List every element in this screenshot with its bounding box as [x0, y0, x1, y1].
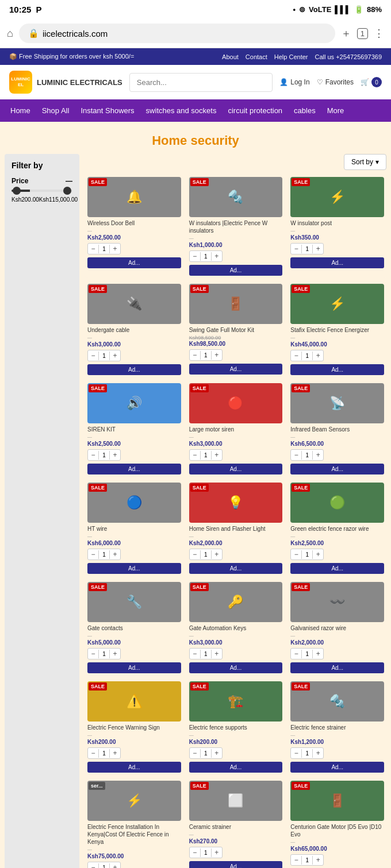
login-button[interactable]: 👤 Log In	[279, 78, 309, 86]
qty-increase-button[interactable]: +	[313, 855, 323, 865]
product-image[interactable]: SALE 🚪	[189, 284, 283, 324]
qty-decrease-button[interactable]: −	[88, 649, 98, 659]
product-image[interactable]: SALE ⬜	[189, 781, 283, 821]
qty-increase-button[interactable]: +	[313, 748, 323, 758]
product-image[interactable]: SALE 🔴	[189, 383, 283, 423]
search-input[interactable]	[129, 73, 273, 92]
qty-decrease-button[interactable]: −	[291, 748, 301, 758]
qty-increase-button[interactable]: +	[212, 549, 222, 560]
product-image[interactable]: SALE 🔵	[87, 483, 181, 523]
qty-decrease-button[interactable]: −	[190, 847, 200, 858]
product-image[interactable]: SALE 🔔	[87, 177, 181, 217]
product-image[interactable]: SALE 🟢	[290, 483, 384, 523]
cart-button[interactable]: 🛒 0	[361, 77, 382, 87]
qty-increase-button[interactable]: +	[110, 649, 120, 659]
qty-increase-button[interactable]: +	[313, 549, 323, 560]
product-image[interactable]: SALE 〰️	[290, 582, 384, 622]
product-image[interactable]: SALE 🔌	[87, 284, 181, 324]
add-to-cart-button[interactable]: Ad...	[87, 364, 181, 375]
new-tab-icon[interactable]: ＋	[341, 26, 351, 40]
qty-decrease-button[interactable]: −	[88, 244, 98, 254]
qty-decrease-button[interactable]: −	[190, 748, 200, 758]
qty-increase-button[interactable]: +	[212, 251, 222, 261]
url-bar[interactable]: 🔒 iicelectricals.com	[19, 24, 335, 43]
qty-increase-button[interactable]: +	[313, 350, 323, 361]
product-image[interactable]: SALE 🔩	[290, 681, 384, 722]
qty-increase-button[interactable]: +	[313, 450, 323, 460]
qty-decrease-button[interactable]: −	[190, 251, 200, 261]
add-to-cart-button[interactable]: Ad...	[290, 364, 384, 375]
home-icon[interactable]: ⌂	[7, 28, 13, 40]
product-image[interactable]: ser... ⚡	[87, 781, 181, 821]
qty-decrease-button[interactable]: −	[88, 450, 98, 460]
add-to-cart-button[interactable]: Ad...	[290, 464, 384, 474]
qty-increase-button[interactable]: +	[110, 748, 120, 758]
qty-decrease-button[interactable]: −	[291, 649, 301, 659]
add-to-cart-button[interactable]: Ad...	[290, 257, 384, 268]
product-image[interactable]: SALE 🔩	[189, 177, 283, 217]
add-to-cart-button[interactable]: Ad...	[189, 364, 283, 375]
nav-instant-showers[interactable]: Instant Showers	[75, 99, 140, 122]
qty-increase-button[interactable]: +	[212, 350, 222, 360]
nav-shop-all[interactable]: Shop All	[36, 99, 75, 122]
add-to-cart-button[interactable]: Ad...	[87, 662, 181, 673]
nav-circuit[interactable]: circuit protection	[222, 99, 288, 122]
add-to-cart-button[interactable]: Ad...	[290, 662, 384, 673]
nav-home[interactable]: Home	[5, 99, 36, 122]
product-image[interactable]: SALE 📡	[290, 383, 384, 423]
qty-decrease-button[interactable]: −	[190, 350, 200, 360]
qty-decrease-button[interactable]: −	[291, 855, 301, 865]
add-to-cart-button[interactable]: Ad...	[87, 464, 181, 474]
product-image[interactable]: SALE 💡	[189, 483, 283, 523]
qty-decrease-button[interactable]: −	[190, 450, 200, 460]
qty-increase-button[interactable]: +	[110, 350, 120, 361]
add-to-cart-button[interactable]: Ad...	[189, 662, 283, 673]
help-center-link[interactable]: Help Center	[274, 53, 308, 60]
qty-decrease-button[interactable]: −	[88, 350, 98, 361]
product-image[interactable]: SALE ⚠️	[87, 681, 181, 722]
nav-cables[interactable]: cables	[288, 99, 321, 122]
product-image[interactable]: SALE 🔊	[87, 383, 181, 423]
qty-increase-button[interactable]: +	[212, 748, 222, 758]
qty-increase-button[interactable]: +	[110, 244, 120, 254]
qty-increase-button[interactable]: +	[212, 450, 222, 460]
add-to-cart-button[interactable]: Ad...	[290, 762, 384, 773]
price-slider[interactable]	[12, 190, 72, 192]
add-to-cart-button[interactable]: Ad...	[189, 861, 283, 868]
contact-link[interactable]: Contact	[246, 53, 267, 60]
add-to-cart-button[interactable]: Ad...	[189, 563, 283, 574]
add-to-cart-button[interactable]: Ad...	[290, 563, 384, 574]
product-image[interactable]: SALE 🔑	[189, 582, 283, 622]
add-to-cart-button[interactable]: Ad...	[87, 762, 181, 773]
nav-more[interactable]: More	[321, 99, 350, 122]
product-image[interactable]: SALE ⚡	[290, 177, 384, 217]
qty-decrease-button[interactable]: −	[88, 748, 98, 758]
sort-dropdown[interactable]: Sort by ▾	[344, 154, 386, 170]
qty-increase-button[interactable]: +	[313, 244, 323, 254]
qty-decrease-button[interactable]: −	[291, 350, 301, 361]
about-link[interactable]: About	[222, 53, 239, 60]
product-image[interactable]: SALE 🔧	[87, 582, 181, 622]
slider-max-thumb[interactable]	[63, 187, 71, 195]
add-to-cart-button[interactable]: Ad...	[87, 257, 181, 268]
favorites-button[interactable]: ♡ Favorites	[317, 78, 354, 86]
qty-decrease-button[interactable]: −	[190, 549, 200, 560]
add-to-cart-button[interactable]: Ad...	[87, 563, 181, 574]
qty-decrease-button[interactable]: −	[291, 244, 301, 254]
qty-decrease-button[interactable]: −	[88, 862, 98, 868]
qty-decrease-button[interactable]: −	[190, 649, 200, 659]
qty-increase-button[interactable]: +	[110, 549, 120, 560]
qty-increase-button[interactable]: +	[212, 847, 222, 858]
qty-decrease-button[interactable]: −	[291, 450, 301, 460]
tabs-icon[interactable]: 1	[357, 28, 368, 39]
product-image[interactable]: SALE 🏗️	[189, 681, 283, 722]
product-image[interactable]: SALE ⚡	[290, 284, 384, 324]
add-to-cart-button[interactable]: Ad...	[189, 464, 283, 474]
qty-decrease-button[interactable]: −	[88, 549, 98, 560]
qty-increase-button[interactable]: +	[212, 649, 222, 659]
slider-min-thumb[interactable]	[13, 187, 21, 195]
add-to-cart-button[interactable]: Ad...	[189, 762, 283, 773]
menu-dots-icon[interactable]: ⋮	[374, 27, 384, 40]
product-image[interactable]: SALE 🚪	[290, 781, 384, 821]
qty-increase-button[interactable]: +	[110, 450, 120, 460]
